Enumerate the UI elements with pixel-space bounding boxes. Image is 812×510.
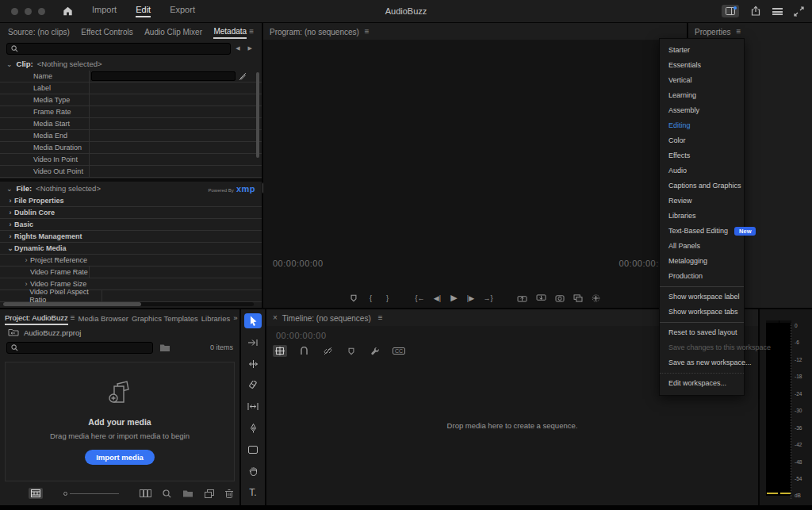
tree-item-video-pixel-aspect-ratio[interactable]: Video Pixel Aspect Ratio — [0, 290, 262, 302]
menu-item-edit-workspaces[interactable]: Edit workspaces... — [660, 376, 744, 391]
workspace-item-editing[interactable]: Editing — [660, 118, 744, 133]
share-icon[interactable] — [750, 6, 761, 17]
workspace-item-learning[interactable]: Learning — [660, 88, 744, 103]
workspace-item-audio[interactable]: Audio — [660, 163, 744, 178]
tab-properties[interactable]: Properties — [695, 25, 731, 38]
zoom-window-icon[interactable] — [38, 8, 45, 15]
panel-menu-icon[interactable]: ≡ — [249, 27, 254, 36]
find-icon[interactable] — [163, 489, 171, 498]
new-bin-icon[interactable] — [182, 489, 193, 497]
nav-export[interactable]: Export — [170, 5, 195, 17]
tree-item-dynamic-media[interactable]: ⌄Dynamic Media — [0, 243, 262, 255]
minimize-window-icon[interactable] — [25, 8, 32, 15]
timeline-timecode[interactable]: 00:00:00:00 — [276, 331, 327, 340]
tree-item-basic[interactable]: ›Basic — [0, 219, 262, 231]
step-forward-icon[interactable]: |▶ — [467, 294, 475, 302]
tree-item-dublin-core[interactable]: ›Dublin Core — [0, 207, 262, 219]
tab-graphics-templates[interactable]: Graphics Templates — [132, 312, 198, 324]
workspaces-icon[interactable] — [722, 5, 739, 17]
panel-menu-icon[interactable]: ≡ — [378, 313, 383, 322]
home-icon[interactable] — [63, 6, 73, 16]
go-to-out-icon[interactable]: →} — [484, 294, 493, 302]
linked-selection-icon[interactable] — [320, 345, 335, 357]
nest-sequence-icon[interactable] — [273, 345, 287, 357]
delete-icon[interactable] — [225, 489, 233, 498]
tab-audio-clip-mixer[interactable]: Audio Clip Mixer — [144, 25, 202, 38]
step-back-icon[interactable]: ◀| — [434, 294, 442, 302]
play-icon[interactable]: ▶ — [450, 293, 458, 303]
tab-timeline[interactable]: Timeline: (no sequences) — [282, 312, 371, 324]
file-section-header[interactable]: ⌄ File: <Nothing selected> Powered By xm… — [0, 182, 262, 195]
tab-effect-controls[interactable]: Effect Controls — [81, 25, 132, 38]
mark-in-icon[interactable]: { — [366, 294, 374, 302]
workspace-item-production[interactable]: Production — [660, 269, 744, 284]
prev-result-icon[interactable]: ◀ — [236, 45, 239, 52]
nav-edit[interactable]: Edit — [136, 5, 151, 17]
type-tool-icon[interactable]: T. — [244, 485, 262, 500]
comparison-view-icon[interactable] — [573, 294, 583, 302]
go-to-in-icon[interactable]: {← — [415, 294, 424, 302]
workspace-item-effects[interactable]: Effects — [660, 148, 744, 163]
panel-menu-icon[interactable]: ≡ — [737, 27, 741, 36]
fullscreen-icon[interactable] — [794, 6, 804, 17]
project-breadcrumb[interactable]: AudioBuzz.prproj — [0, 326, 239, 339]
workspace-item-review[interactable]: Review — [660, 194, 744, 209]
playhead-timecode[interactable]: 00:00:00:00 — [273, 259, 324, 268]
window-controls[interactable] — [11, 8, 45, 15]
automate-sequence-icon[interactable] — [140, 489, 151, 497]
export-frame-icon[interactable] — [555, 294, 565, 302]
close-window-icon[interactable] — [11, 8, 18, 15]
menu-item-show-workspace-tabs[interactable]: Show workspace tabs — [660, 305, 744, 320]
panel-menu-icon[interactable]: ≡ — [71, 313, 75, 322]
tree-item-rights-management[interactable]: ›Rights Management — [0, 231, 262, 243]
workspace-item-starter[interactable]: Starter — [660, 43, 744, 58]
track-select-forward-tool-icon[interactable] — [244, 335, 262, 350]
tree-item-video-frame-rate[interactable]: Video Frame Rate — [0, 267, 262, 278]
import-media-button[interactable]: Import media — [85, 450, 155, 465]
project-search-input[interactable] — [6, 342, 153, 354]
clip-section-header[interactable]: ⌄ Clip: <Nothing selected> — [0, 57, 262, 71]
tab-source[interactable]: Source: (no clips) — [8, 25, 70, 38]
timeline-marker-icon[interactable] — [344, 345, 358, 357]
menu-item-save-as-new-workspace[interactable]: Save as new workspace... — [660, 355, 744, 370]
selection-tool-icon[interactable] — [244, 313, 262, 328]
search-bin-icon[interactable] — [159, 343, 170, 352]
tab-media-browser[interactable]: Media Browser — [79, 312, 128, 324]
clip-name-input[interactable] — [91, 71, 236, 81]
add-marker-icon[interactable] — [350, 294, 358, 302]
workspace-item-assembly[interactable]: Assembly — [660, 103, 744, 118]
zoom-slider[interactable] — [63, 492, 119, 496]
menu-item-show-workspace-label[interactable]: Show workspace label — [660, 290, 744, 305]
workspace-item-vertical[interactable]: Vertical — [660, 73, 744, 88]
snap-icon[interactable] — [297, 345, 311, 357]
workspace-item-metalogging[interactable]: Metalogging — [660, 254, 744, 269]
workspace-item-color[interactable]: Color — [660, 133, 744, 148]
ripple-edit-tool-icon[interactable] — [244, 356, 262, 371]
workspace-item-all-panels[interactable]: All Panels — [660, 239, 744, 254]
razor-tool-icon[interactable] — [244, 378, 262, 393]
tab-program[interactable]: Program: (no sequences) — [270, 25, 359, 38]
metadata-search-input[interactable] — [6, 43, 231, 55]
nav-import[interactable]: Import — [92, 5, 117, 17]
tree-item-project-reference[interactable]: ›Project Reference — [0, 255, 262, 267]
icon-view-icon[interactable] — [29, 488, 43, 499]
workspace-item-libraries[interactable]: Libraries — [660, 209, 744, 224]
hand-tool-icon[interactable] — [244, 463, 262, 478]
workspace-item-essentials[interactable]: Essentials — [660, 58, 744, 73]
tab-project[interactable]: Project: AudioBuzz — [5, 311, 68, 325]
quick-menu-icon[interactable] — [772, 8, 783, 15]
new-item-icon[interactable] — [205, 489, 214, 498]
close-panel-icon[interactable]: × — [273, 313, 278, 322]
pen-tool-icon[interactable] — [244, 420, 262, 435]
tab-metadata[interactable]: Metadata — [213, 25, 247, 39]
lift-icon[interactable] — [517, 294, 527, 302]
vertical-scrollbar[interactable] — [256, 72, 259, 158]
captions-icon[interactable]: CC — [392, 345, 406, 357]
slip-tool-icon[interactable] — [244, 399, 262, 414]
workspace-item-captions-and-graphics[interactable]: Captions and Graphics — [660, 178, 744, 194]
button-editor-icon[interactable] — [592, 294, 600, 302]
menu-item-reset-to-saved-layout[interactable]: Reset to saved layout — [660, 325, 744, 340]
timeline-settings-wrench-icon[interactable] — [368, 345, 382, 357]
extract-icon[interactable] — [536, 294, 546, 302]
tab-libraries[interactable]: Libraries — [201, 312, 230, 324]
